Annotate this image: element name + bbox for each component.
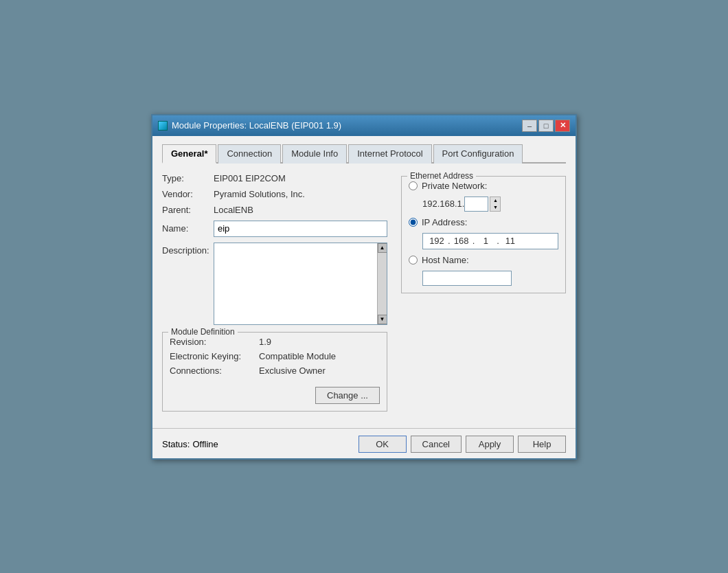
ethernet-group: Ethernet Address Private Network: 192.16… <box>401 176 566 293</box>
change-button[interactable]: Change ... <box>315 387 380 404</box>
type-label: Type: <box>162 173 214 183</box>
window-icon <box>158 121 168 131</box>
help-button[interactable]: Help <box>518 436 566 453</box>
left-panel: Type: EIP001 EIP2COM Vendor: Pyramid Sol… <box>162 173 387 412</box>
host-name-radio[interactable] <box>409 256 418 265</box>
title-bar-left: Module Properties: LocalENB (EIP001 1.9) <box>158 120 341 131</box>
spinner-up-button[interactable]: ▲ <box>490 197 500 204</box>
name-row: Name: <box>162 221 387 237</box>
spinner-down-button[interactable]: ▼ <box>490 204 500 211</box>
description-label: Description: <box>162 243 214 256</box>
tab-port-configuration[interactable]: Port Configuration <box>433 144 523 164</box>
vendor-label: Vendor: <box>162 189 214 199</box>
description-scrollbar: ▲ ▼ <box>377 243 387 324</box>
name-input[interactable] <box>214 221 387 237</box>
tab-general[interactable]: General* <box>162 144 216 164</box>
ip-address-radio[interactable] <box>409 218 418 227</box>
host-name-input[interactable] <box>422 271 512 286</box>
ip-part-2: 168 <box>452 236 471 246</box>
minimize-button[interactable]: – <box>522 120 537 132</box>
electronic-keying-value: Compatible Module <box>259 351 336 361</box>
electronic-keying-row: Electronic Keying: Compatible Module <box>170 351 380 361</box>
footer-buttons: OK Cancel Apply Help <box>359 436 566 453</box>
revision-value: 1.9 <box>259 337 271 347</box>
status-area: Status: Offline <box>162 439 218 449</box>
revision-row: Revision: 1.9 <box>170 337 380 347</box>
type-value: EIP001 EIP2COM <box>214 173 286 183</box>
title-buttons: – □ ✕ <box>522 120 570 132</box>
tab-internet-protocol[interactable]: Internet Protocol <box>348 144 431 164</box>
title-bar: Module Properties: LocalENB (EIP001 1.9)… <box>152 115 576 136</box>
type-row: Type: EIP001 EIP2COM <box>162 173 387 183</box>
main-window: Module Properties: LocalENB (EIP001 1.9)… <box>151 114 577 460</box>
tab-connection[interactable]: Connection <box>218 144 281 164</box>
host-name-label: Host Name: <box>422 255 484 265</box>
host-name-row: Host Name: <box>409 255 558 265</box>
ip-address-row: IP Address: <box>409 217 558 227</box>
parent-row: Parent: LocalENB <box>162 205 387 215</box>
connections-value: Exclusive Owner <box>259 366 326 376</box>
private-network-radio[interactable] <box>409 181 418 190</box>
private-network-label: Private Network: <box>422 181 487 191</box>
scroll-down-button[interactable]: ▼ <box>378 315 387 324</box>
ip-part-3: 1 <box>476 236 495 246</box>
scroll-up-button[interactable]: ▲ <box>378 243 387 253</box>
host-name-value-row <box>422 271 558 286</box>
status-label: Status: <box>162 439 190 449</box>
vendor-value: Pyramid Solutions, Inc. <box>214 189 305 199</box>
ip-address-box: 192 . 168 . 1 . 11 <box>422 233 558 249</box>
ip-address-value-row: 192 . 168 . 1 . 11 <box>422 233 558 249</box>
tab-module-info[interactable]: Module Info <box>282 144 347 164</box>
ip-dot-3: . <box>495 236 501 246</box>
change-button-row: Change ... <box>170 387 380 404</box>
ip-part-1: 192 <box>427 236 446 246</box>
window-title: Module Properties: LocalENB (EIP001 1.9) <box>172 120 341 131</box>
content-area: General* Connection Module Info Internet… <box>152 136 576 421</box>
form-section: Type: EIP001 EIP2COM Vendor: Pyramid Sol… <box>162 173 566 412</box>
electronic-keying-label: Electronic Keying: <box>170 351 259 361</box>
private-network-input[interactable] <box>464 196 488 212</box>
cancel-button[interactable]: Cancel <box>411 436 462 453</box>
ip-dot-2: . <box>471 236 477 246</box>
private-network-spinner: ▲ ▼ <box>464 196 501 212</box>
name-label: Name: <box>162 223 214 234</box>
right-panel: Ethernet Address Private Network: 192.16… <box>401 173 566 412</box>
private-network-row: Private Network: <box>409 181 558 191</box>
apply-button[interactable]: Apply <box>466 436 514 453</box>
vendor-row: Vendor: Pyramid Solutions, Inc. <box>162 189 387 199</box>
module-definition-group: Module Definition Revision: 1.9 Electron… <box>162 332 387 412</box>
parent-label: Parent: <box>162 205 214 215</box>
spinner-arrows: ▲ ▼ <box>490 196 501 212</box>
private-network-prefix: 192.168.1. <box>422 199 464 209</box>
private-network-value-row: 192.168.1. ▲ ▼ <box>422 196 558 212</box>
ethernet-title: Ethernet Address <box>407 171 476 181</box>
ip-part-4: 11 <box>501 236 520 246</box>
connections-label: Connections: <box>170 366 259 376</box>
ip-dot-1: . <box>446 236 452 246</box>
ok-button[interactable]: OK <box>359 436 407 453</box>
parent-value: LocalENB <box>214 205 253 215</box>
status-value: Offline <box>192 439 218 449</box>
maximize-button[interactable]: □ <box>538 120 554 132</box>
module-definition-title: Module Definition <box>168 327 238 337</box>
tab-bar: General* Connection Module Info Internet… <box>162 143 566 164</box>
status-bar: Status: Offline OK Cancel Apply Help <box>152 428 576 458</box>
description-textarea[interactable] <box>214 243 377 324</box>
connections-row: Connections: Exclusive Owner <box>170 366 380 376</box>
description-row: Description: ▲ ▼ <box>162 243 387 325</box>
ip-address-label: IP Address: <box>422 217 484 227</box>
close-button[interactable]: ✕ <box>555 120 570 132</box>
revision-label: Revision: <box>170 337 259 347</box>
description-area-wrapper: ▲ ▼ <box>214 243 387 325</box>
